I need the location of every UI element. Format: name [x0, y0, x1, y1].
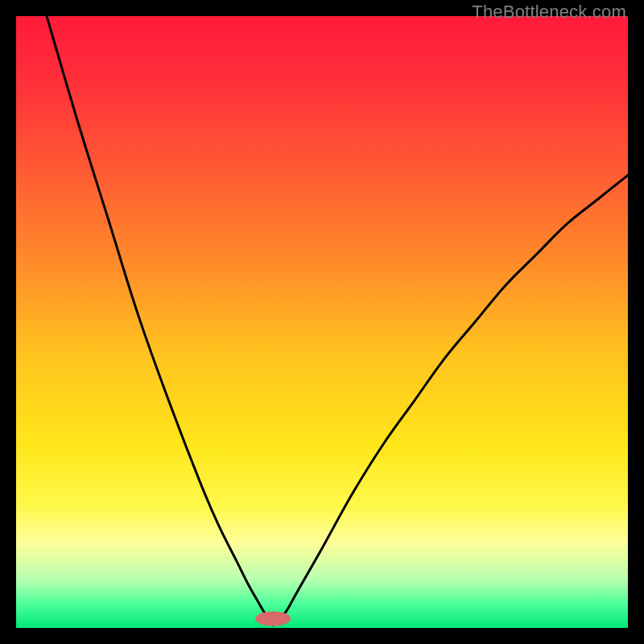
- watermark-text: TheBottleneck.com: [472, 2, 626, 23]
- gradient-background: [16, 16, 628, 628]
- valley-marker: [255, 612, 291, 626]
- chart-frame: [16, 16, 628, 628]
- chart-plot: [16, 16, 628, 628]
